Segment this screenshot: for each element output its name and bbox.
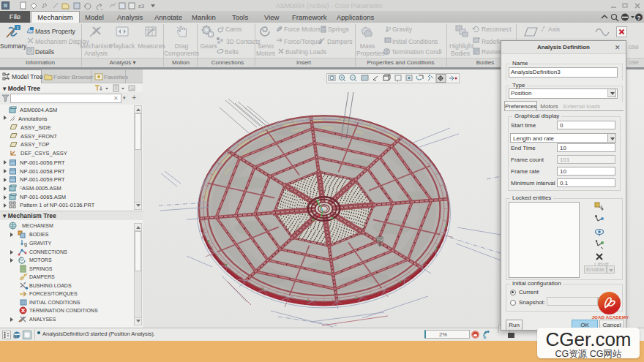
svg-text:ɛ3: ɛ3 xyxy=(138,3,145,10)
svg-text:g: g xyxy=(389,26,391,30)
svg-text:g: g xyxy=(24,241,27,247)
svg-text:?: ? xyxy=(637,15,641,21)
